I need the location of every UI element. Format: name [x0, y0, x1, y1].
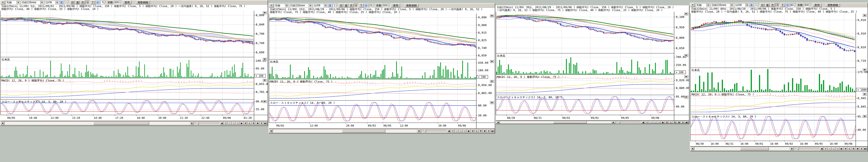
spinner-icon[interactable] — [794, 4, 796, 6]
scrollbar-tool-button-2[interactable]: - — [228, 122, 231, 125]
period-button-week[interactable]: 週 — [765, 3, 770, 7]
period-button-day[interactable]: 日 — [70, 1, 75, 4]
scrollbar-tool-button-2[interactable]: - — [649, 121, 653, 124]
section-menu-button[interactable] — [684, 96, 688, 99]
chart-plot[interactable]: 8,8908,8408,7908,7408,690240.0095.008,85… — [0, 10, 268, 121]
scrollbar-tool-button-5[interactable]: ▶ — [840, 147, 843, 150]
spinner-icon[interactable] — [388, 4, 390, 7]
scroll-thumb[interactable] — [342, 129, 385, 133]
scrollbar-tool-button-3[interactable]: ↔ — [459, 130, 463, 133]
scrollbar-tool-button-9[interactable]: ⊕ — [677, 121, 681, 124]
scrollbar-tool-button-3[interactable]: ↔ — [653, 121, 657, 124]
scrollbar-tool-button-8[interactable]: R — [479, 130, 483, 133]
scrollbar-tool-button-7[interactable]: L — [248, 122, 251, 125]
scrollbar-tool-button-5[interactable]: ▶ — [467, 130, 471, 133]
dropdown-arrow-icon[interactable]: ▼ — [707, 3, 710, 7]
window-menu-button[interactable]: ▼ — [269, 4, 273, 7]
scrollbar-tool-button-6[interactable]: D — [244, 122, 248, 125]
category-select[interactable]: 先物▼ — [5, 1, 20, 4]
contract-month-select[interactable]: 11/09▼ — [44, 1, 59, 4]
scroll-right-button[interactable]: ▶ — [612, 121, 615, 124]
dropdown-arrow-icon[interactable]: ▼ — [285, 4, 288, 7]
section-menu-button[interactable] — [684, 54, 688, 57]
scrollbar-tool-button-1[interactable]: + — [645, 121, 649, 124]
scrollbar-tool-button-6[interactable]: D — [844, 147, 847, 150]
apply-button[interactable]: 適用 — [812, 3, 822, 7]
period-button-tick[interactable]: T — [91, 1, 95, 4]
scrollbar-tool-button-4[interactable]: ▪ — [236, 122, 240, 125]
section-menu-button[interactable] — [684, 12, 688, 15]
bar-interval-input[interactable]: 1 — [333, 4, 338, 7]
window-menu-button[interactable]: ▼ — [1, 1, 5, 4]
section-menu-button[interactable] — [863, 93, 867, 96]
dropdown-arrow-icon[interactable]: ▼ — [730, 3, 734, 7]
spinner-icon[interactable] — [373, 4, 375, 7]
zoom-slider[interactable] — [795, 147, 819, 151]
section-menu-button[interactable] — [490, 101, 494, 104]
window-menu-button[interactable]: ▼ — [691, 3, 695, 7]
scrollbar-tool-button-10[interactable]: X — [860, 147, 863, 150]
scrollbar-tool-button-0[interactable]: ◀ — [220, 122, 224, 125]
scrollbar-tool-button-0[interactable]: ◀ — [447, 130, 451, 133]
contract-month-select[interactable]: 11/09▼ — [313, 4, 328, 7]
zoom-slider[interactable] — [422, 129, 446, 133]
scrollbar-tool-button-2[interactable]: - — [455, 130, 459, 133]
scroll-right-button[interactable]: ▶ — [790, 147, 794, 150]
apply-button[interactable]: 適用 — [123, 1, 131, 4]
spinner-icon[interactable] — [757, 4, 759, 6]
bar-count-input[interactable]: 600 — [382, 4, 391, 7]
scrollbar-tool-button-11[interactable]: ▶| — [491, 130, 495, 133]
scrollbar-tool-button-5[interactable]: ▶ — [240, 122, 244, 125]
section-menu-button[interactable] — [263, 79, 267, 82]
section-menu-button[interactable] — [490, 80, 494, 83]
scrollbar-tool-button-3[interactable]: ↔ — [232, 122, 236, 125]
scroll-thumb[interactable] — [553, 121, 587, 124]
scrollbar-tool-button-11[interactable]: ▶| — [864, 147, 867, 150]
scroll-left-button[interactable]: ◀ — [1, 122, 4, 125]
scroll-right-button[interactable]: ▶ — [417, 130, 421, 133]
scrollbar-tool-button-1[interactable]: + — [451, 130, 455, 133]
scrollbar-tool-button-5[interactable]: ▶ — [661, 121, 665, 124]
scrollbar-tool-button-7[interactable]: L — [848, 147, 851, 150]
section-menu-button[interactable] — [490, 60, 494, 63]
dropdown-arrow-icon[interactable]: ▼ — [40, 1, 43, 4]
spinner-icon[interactable] — [336, 4, 338, 7]
dropdown-arrow-icon[interactable]: ▼ — [56, 1, 59, 4]
minute-value-input[interactable]: 15 — [369, 4, 375, 7]
period-button-week[interactable]: 週 — [75, 1, 80, 4]
scrollbar-tool-button-4[interactable]: ▪ — [463, 130, 467, 133]
scroll-left-button[interactable]: ◀ — [269, 130, 273, 133]
spinner-icon[interactable] — [120, 1, 122, 4]
period-button-month[interactable]: 月 — [770, 3, 775, 7]
scrollbar-tool-button-10[interactable]: X — [260, 122, 264, 125]
scrollbar-tool-button-1[interactable]: + — [224, 122, 227, 125]
contract-month-select[interactable]: 11/09▼ — [734, 3, 749, 7]
scrollbar-tool-button-8[interactable]: R — [673, 121, 677, 124]
scrollbar-tool-button-11[interactable]: ▶| — [685, 121, 689, 124]
spinner-icon[interactable] — [809, 4, 811, 6]
spinner-icon[interactable] — [104, 1, 106, 4]
scrollbar-tool-button-7[interactable]: L — [475, 130, 478, 133]
scroll-left-button[interactable]: ◀ — [690, 147, 694, 150]
horizontal-scrollbar[interactable]: ◀▶◀+-↔▪▶DLR⊕X▶| — [0, 121, 268, 125]
scrollbar-tool-button-9[interactable]: ⊕ — [856, 147, 859, 150]
scrollbar-tool-button-4[interactable]: ▪ — [657, 121, 661, 124]
bar-interval-input[interactable]: 1 — [64, 1, 70, 4]
scrollbar-tool-button-8[interactable]: R — [851, 147, 856, 150]
period-button-minute[interactable]: 分 — [86, 1, 90, 4]
period-button-day[interactable]: 日 — [339, 4, 343, 7]
zoom-slider-thumb[interactable] — [197, 122, 199, 125]
scrollbar-tool-button-10[interactable]: X — [681, 121, 685, 124]
symbol-select[interactable]: 日経225mini▼ — [21, 1, 44, 4]
scroll-track[interactable] — [273, 129, 417, 133]
scroll-right-button[interactable]: ▶ — [190, 122, 194, 125]
multi-symbol-button[interactable]: 複数銘柄 — [826, 3, 840, 7]
scrollbar-tool-button-4[interactable]: ▪ — [836, 147, 839, 150]
section-menu-button[interactable] — [263, 11, 267, 14]
chart-plot[interactable]: 9,1008,9508,8008,650700.00250.009,020.00… — [496, 12, 689, 120]
dropdown-arrow-icon[interactable]: ▼ — [324, 4, 327, 7]
scrollbar-tool-button-2[interactable]: - — [828, 147, 832, 150]
horizontal-scrollbar[interactable]: ◀▶◀+-↔▪▶DLR⊕X▶| — [269, 129, 495, 133]
multi-symbol-button[interactable]: 複数銘柄 — [404, 4, 418, 7]
period-button-tick[interactable]: T — [359, 4, 364, 7]
